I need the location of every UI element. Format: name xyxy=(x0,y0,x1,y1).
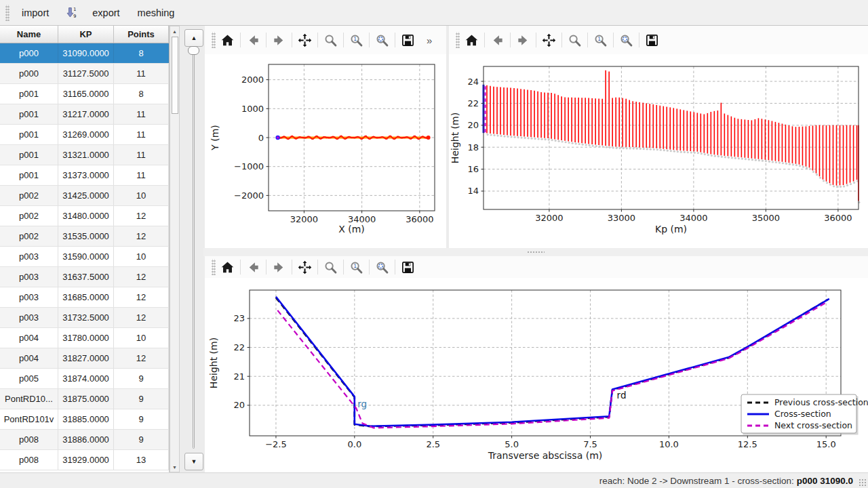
forward-icon[interactable] xyxy=(514,31,532,49)
cell-kp[interactable]: 31373.0000 xyxy=(58,165,114,185)
cell-points[interactable]: 9 xyxy=(114,409,169,429)
table-row[interactable]: p00231480.000012 xyxy=(0,206,169,226)
zoom-icon[interactable] xyxy=(321,31,340,49)
scroll-up-icon[interactable]: ▲ xyxy=(171,27,178,35)
zoom-region-icon[interactable] xyxy=(373,31,391,49)
table-row[interactable]: p00331685.000012 xyxy=(0,287,169,308)
cross-section-figure[interactable]: rgrd−2.50.02.55.07.510.012.515.020212223… xyxy=(205,278,868,472)
cell-points[interactable]: 13 xyxy=(114,450,169,470)
cell-kp[interactable]: 31090.0000 xyxy=(58,43,114,63)
cell-name[interactable]: p008 xyxy=(0,430,58,449)
cell-name[interactable]: p001 xyxy=(0,165,58,185)
table-scrollbar[interactable]: ▲ ▼ xyxy=(170,26,180,472)
cell-name[interactable]: p008 xyxy=(0,450,58,470)
scrollbar-thumb[interactable] xyxy=(172,37,178,114)
table-row[interactable]: p00331637.500012 xyxy=(0,267,169,287)
home-icon[interactable] xyxy=(218,258,237,277)
cell-points[interactable]: 11 xyxy=(114,104,169,124)
table-row[interactable]: p00131217.000011 xyxy=(0,104,169,125)
zoom-value-icon[interactable]: 1 xyxy=(347,31,366,49)
table-row[interactable]: p00331590.000010 xyxy=(0,247,169,267)
cell-kp[interactable]: 31685.0000 xyxy=(58,287,114,307)
save-icon[interactable] xyxy=(399,31,417,49)
cell-kp[interactable]: 31480.0000 xyxy=(58,206,114,226)
cell-kp[interactable]: 31127.5000 xyxy=(58,64,114,83)
cell-name[interactable]: p004 xyxy=(0,348,58,368)
cell-name[interactable]: PontRD10... xyxy=(0,389,58,409)
cell-points[interactable]: 10 xyxy=(114,328,169,348)
resize-grip-icon[interactable] xyxy=(859,479,867,487)
table-row[interactable]: p00831929.000013 xyxy=(0,450,169,470)
cell-points[interactable]: 9 xyxy=(114,369,169,388)
sort-descending-icon[interactable]: 19 xyxy=(60,3,81,23)
zoom-value-icon[interactable]: 1 xyxy=(347,258,366,277)
cell-points[interactable]: 11 xyxy=(114,165,169,185)
cell-name[interactable]: p001 xyxy=(0,145,58,165)
cell-points[interactable]: 8 xyxy=(114,43,169,63)
cell-points[interactable]: 9 xyxy=(114,389,169,409)
plan-view-figure[interactable]: 320003400036000200010000−1000−2000X (m)Y… xyxy=(205,54,446,248)
cell-name[interactable]: p001 xyxy=(0,125,58,144)
cell-name[interactable]: p001 xyxy=(0,84,58,104)
table-row[interactable]: p00431780.000010 xyxy=(0,328,169,348)
export-button[interactable]: export xyxy=(84,3,127,22)
cell-kp[interactable]: 31875.0000 xyxy=(58,389,114,409)
toolbar-grip[interactable] xyxy=(5,5,9,21)
plan-view-canvas[interactable]: 320003400036000200010000−1000−2000X (m)Y… xyxy=(205,54,446,248)
horizontal-splitter[interactable] xyxy=(203,248,868,256)
table-row[interactable]: p00131321.000011 xyxy=(0,145,169,165)
toolbar-grip[interactable] xyxy=(212,259,216,275)
cell-points[interactable]: 10 xyxy=(114,247,169,266)
slider-down-button[interactable]: ▼ xyxy=(184,453,203,470)
table-row[interactable]: p00131373.000011 xyxy=(0,165,169,186)
cell-points[interactable]: 12 xyxy=(114,267,169,287)
cell-kp[interactable]: 31165.0000 xyxy=(58,84,114,104)
longitudinal-profile-figure[interactable]: 3200033000340003500036000141618202224Kp … xyxy=(449,54,868,248)
cell-points[interactable]: 12 xyxy=(114,287,169,307)
slider-track[interactable] xyxy=(193,50,195,449)
table-row[interactable]: p00031090.00008 xyxy=(0,43,169,64)
slider-up-button[interactable]: ▲ xyxy=(184,29,203,47)
cell-kp[interactable]: 31827.0000 xyxy=(58,348,114,368)
table-row[interactable]: p00431827.000012 xyxy=(0,348,169,369)
toolbar-overflow-icon[interactable]: » xyxy=(427,35,432,46)
save-icon[interactable] xyxy=(643,31,661,49)
cell-kp[interactable]: 31885.0000 xyxy=(58,409,114,429)
forward-icon[interactable] xyxy=(270,258,288,277)
cell-points[interactable]: 11 xyxy=(114,125,169,144)
cell-name[interactable]: p002 xyxy=(0,206,58,226)
pan-icon[interactable] xyxy=(296,258,314,277)
zoom-value-icon[interactable]: 1 xyxy=(591,31,610,49)
cell-name[interactable]: p000 xyxy=(0,43,58,63)
pan-icon[interactable] xyxy=(540,31,558,49)
column-header-points[interactable]: Points xyxy=(114,26,169,43)
table-row[interactable]: p00231535.000012 xyxy=(0,226,169,247)
cell-points[interactable]: 11 xyxy=(114,145,169,165)
cell-name[interactable]: p005 xyxy=(0,369,58,388)
cell-kp[interactable]: 31780.0000 xyxy=(58,328,114,348)
toolbar-grip[interactable] xyxy=(456,32,460,48)
table-row[interactable]: p00831886.00009 xyxy=(0,430,169,450)
back-icon[interactable] xyxy=(488,31,507,49)
meshing-button[interactable]: meshing xyxy=(130,3,183,22)
cell-kp[interactable]: 31425.0000 xyxy=(58,186,114,205)
cell-kp[interactable]: 31637.5000 xyxy=(58,267,114,287)
scroll-down-icon[interactable]: ▼ xyxy=(171,463,178,471)
cell-points[interactable]: 12 xyxy=(114,348,169,368)
cell-points[interactable]: 12 xyxy=(114,206,169,226)
column-header-kp[interactable]: KP xyxy=(58,26,114,43)
cell-kp[interactable]: 31535.0000 xyxy=(58,226,114,246)
home-icon[interactable] xyxy=(218,31,237,49)
zoom-region-icon[interactable] xyxy=(373,258,391,277)
cell-kp[interactable]: 31269.0000 xyxy=(58,125,114,144)
cell-points[interactable]: 12 xyxy=(114,226,169,246)
table-row[interactable]: p00031127.500011 xyxy=(0,64,169,84)
table-row[interactable]: p00131165.00008 xyxy=(0,84,169,104)
cell-name[interactable]: p003 xyxy=(0,267,58,287)
back-icon[interactable] xyxy=(244,258,262,277)
cell-name[interactable]: p000 xyxy=(0,64,58,83)
forward-icon[interactable] xyxy=(270,31,288,49)
cell-name[interactable]: p003 xyxy=(0,308,58,327)
cell-kp[interactable]: 31321.0000 xyxy=(58,145,114,165)
cell-name[interactable]: p002 xyxy=(0,186,58,205)
